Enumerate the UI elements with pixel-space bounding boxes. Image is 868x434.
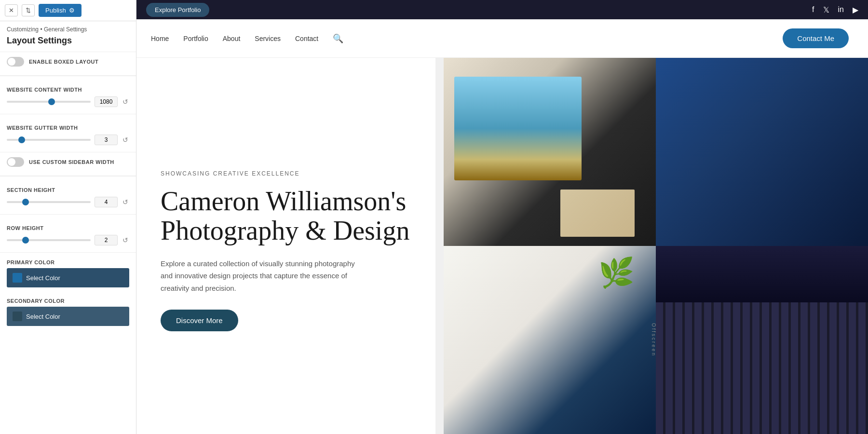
row-height-label: ROW HEIGHT — [7, 225, 129, 231]
nav-about[interactable]: About — [223, 35, 241, 42]
left-panel: ✕ ⇅ Publish ⚙ Customizing • General Sett… — [0, 0, 136, 434]
section-height-value: 4 — [95, 197, 118, 207]
social-icons: f 𝕏 in ▶ — [812, 5, 858, 14]
website-gutter-width-label: WEBSITE GUTTER WIDTH — [7, 125, 129, 131]
row-height-section: ROW HEIGHT 2 ↺ — [0, 214, 136, 252]
close-button[interactable]: ✕ — [5, 4, 18, 16]
secondary-color-swatch — [13, 312, 22, 321]
primary-color-button[interactable]: Select Color — [7, 268, 129, 287]
explore-portfolio-button[interactable]: Explore Portfolio — [146, 3, 209, 17]
offscreen-label: Offscreen — [651, 323, 656, 357]
hero-left: SHOWCASING CREATIVE EXCELLENCE Cameron W… — [136, 58, 435, 434]
secondary-color-label: SECONDARY COLOR — [0, 298, 136, 304]
twitter-icon[interactable]: 𝕏 — [823, 5, 829, 14]
hero-subtitle: SHOWCASING CREATIVE EXCELLENCE — [161, 170, 411, 177]
enable-boxed-layout-toggle[interactable] — [7, 57, 24, 67]
panel-toolbar: ✕ ⇅ Publish ⚙ — [0, 0, 136, 21]
nav-services[interactable]: Services — [255, 35, 281, 42]
use-custom-sidebar-toggle[interactable] — [7, 157, 24, 167]
website-content-width-reset[interactable]: ↺ — [122, 97, 129, 107]
section-height-slider[interactable] — [7, 201, 91, 203]
use-custom-sidebar-label: USE CUSTOM SIDEBAR WIDTH — [29, 159, 114, 165]
website-content-width-value: 1080 — [95, 96, 118, 107]
enable-boxed-layout-label: ENABLE BOXED LAYOUT — [29, 59, 98, 65]
nav-home[interactable]: Home — [151, 35, 169, 42]
section-height-reset[interactable]: ↺ — [122, 197, 129, 207]
nav-contact[interactable]: Contact — [295, 35, 318, 42]
breadcrumb-parent[interactable]: Customizing — [7, 26, 39, 33]
hero-description: Explore a curated collection of visually… — [161, 258, 363, 295]
row-height-value: 2 — [95, 235, 118, 245]
search-button[interactable]: 🔍 — [333, 33, 343, 44]
nav-portfolio[interactable]: Portfolio — [183, 35, 208, 42]
hero-image-city — [656, 246, 868, 434]
hero-title: Cameron Williamson's Photography & Desig… — [161, 187, 411, 246]
enable-boxed-layout-section: ENABLE BOXED LAYOUT — [0, 52, 136, 75]
youtube-icon[interactable]: ▶ — [853, 5, 858, 14]
primary-color-swatch — [13, 273, 22, 283]
row-height-reset[interactable]: ↺ — [122, 235, 129, 245]
secondary-color-button[interactable]: Select Color — [7, 307, 129, 326]
hero-image-desk — [444, 58, 656, 246]
hero-image-plant: Offscreen — [444, 246, 656, 434]
arrows-button[interactable]: ⇅ — [22, 4, 35, 16]
publish-button[interactable]: Publish ⚙ — [39, 4, 81, 17]
website-gutter-width-reset[interactable]: ↺ — [122, 135, 129, 145]
discover-more-button[interactable]: Discover More — [161, 310, 238, 331]
hero-image-blue — [656, 58, 868, 246]
breadcrumb: Customizing • General Settings — [0, 21, 136, 35]
use-custom-sidebar-section: USE CUSTOM SIDEBAR WIDTH — [0, 152, 136, 176]
website-content-width-label: WEBSITE CONTENT WIDTH — [7, 87, 129, 93]
top-bar: Explore Portfolio f 𝕏 in ▶ — [136, 0, 868, 19]
website-gutter-width-section: WEBSITE GUTTER WIDTH 3 ↺ — [0, 114, 136, 152]
facebook-icon[interactable]: f — [812, 5, 814, 14]
primary-color-label: PRIMARY COLOR — [0, 259, 136, 265]
website-content-width-slider[interactable] — [7, 101, 91, 103]
nav-bar: Home Portfolio About Services Contact 🔍 … — [136, 19, 868, 58]
linkedin-icon[interactable]: in — [838, 5, 844, 14]
website-gutter-width-slider[interactable] — [7, 139, 91, 141]
hero-images: Offscreen — [444, 58, 868, 434]
website-gutter-width-value: 3 — [95, 135, 118, 145]
section-height-section: SECTION HEIGHT 4 ↺ — [0, 176, 136, 214]
row-height-slider[interactable] — [7, 239, 91, 241]
section-height-label: SECTION HEIGHT — [7, 187, 129, 193]
contact-me-button[interactable]: Contact Me — [783, 28, 849, 48]
panel-title: Layout Settings — [0, 35, 136, 52]
nav-links: Home Portfolio About Services Contact 🔍 — [151, 33, 343, 44]
hero-section: SHOWCASING CREATIVE EXCELLENCE Cameron W… — [136, 58, 868, 434]
right-content: Explore Portfolio f 𝕏 in ▶ Home Portfoli… — [136, 0, 868, 434]
website-content-width-section: WEBSITE CONTENT WIDTH 1080 ↺ — [0, 76, 136, 114]
breadcrumb-current: General Settings — [44, 26, 87, 33]
